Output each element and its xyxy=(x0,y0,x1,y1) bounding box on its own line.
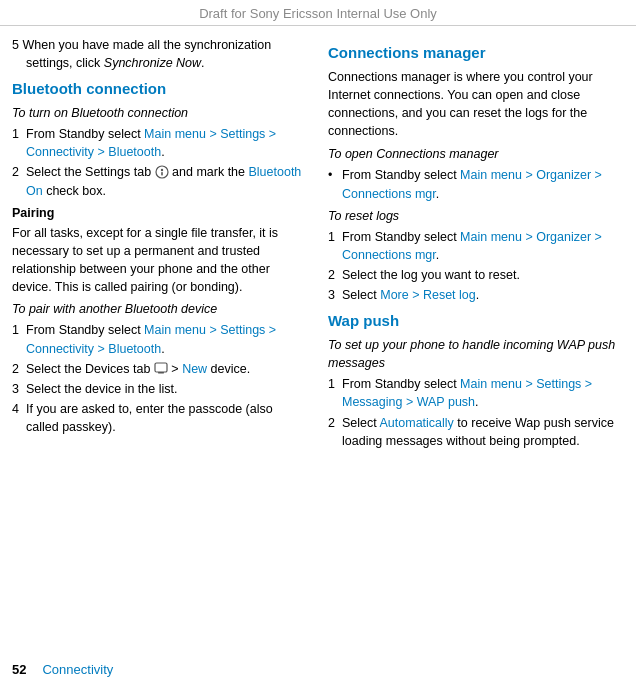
footer: 52 Connectivity xyxy=(12,662,113,677)
pair-step2-text: Select the Devices tab > New device. xyxy=(26,360,308,378)
wap-step1: 1 From Standby select Main menu > Settin… xyxy=(328,375,624,411)
bt-step2-num: 2 xyxy=(12,163,26,199)
connections-manager-heading: Connections manager xyxy=(328,42,624,64)
bullet-symbol: • xyxy=(328,166,342,202)
pair-step1-num: 1 xyxy=(12,321,26,357)
open-connections-text: From Standby select Main menu > Organize… xyxy=(342,166,624,202)
pairing-title: Pairing xyxy=(12,204,308,222)
right-column: Connections manager Connections manager … xyxy=(318,36,624,673)
reset-step1-blue: Main menu > Organizer > Connections mgr xyxy=(342,230,602,262)
turn-on-bluetooth-heading: To turn on Bluetooth connection xyxy=(12,104,308,122)
wap-step2-num: 2 xyxy=(328,414,342,450)
step5-italic: Synchronize Now xyxy=(104,56,201,70)
settings-tab-icon xyxy=(155,165,172,179)
footer-section-label: Connectivity xyxy=(42,662,113,677)
reset-step2-text: Select the log you want to reset. xyxy=(342,266,624,284)
pair-device-heading: To pair with another Bluetooth device xyxy=(12,300,308,318)
bt-step1-text: From Standby select Main menu > Settings… xyxy=(26,125,308,161)
bt-step2: 2 Select the Settings tab and mark the B… xyxy=(12,163,308,199)
connections-intro: Connections manager is where you control… xyxy=(328,68,624,141)
reset-step1-num: 1 xyxy=(328,228,342,264)
pair-step1-blue: Main menu > Settings > Connectivity > Bl… xyxy=(26,323,276,355)
reset-step3-num: 3 xyxy=(328,286,342,304)
page-number: 52 xyxy=(12,662,26,677)
pair-step3-text: Select the device in the list. xyxy=(26,380,308,398)
new-text: New xyxy=(182,362,207,376)
pair-step3-num: 3 xyxy=(12,380,26,398)
reset-logs-heading: To reset logs xyxy=(328,207,624,225)
pair-step3: 3 Select the device in the list. xyxy=(12,380,308,398)
svg-rect-2 xyxy=(161,172,163,176)
step5-num: 5 xyxy=(12,38,19,52)
left-column: 5 When you have made all the synchroniza… xyxy=(12,36,318,673)
reset-step3-blue: More > Reset log xyxy=(380,288,476,302)
pair-step1: 1 From Standby select Main menu > Settin… xyxy=(12,321,308,357)
reset-step1: 1 From Standby select Main menu > Organi… xyxy=(328,228,624,264)
reset-step1-text: From Standby select Main menu > Organize… xyxy=(342,228,624,264)
svg-rect-4 xyxy=(158,372,164,374)
bt-step1: 1 From Standby select Main menu > Settin… xyxy=(12,125,308,161)
bt-step2-text: Select the Settings tab and mark the Blu… xyxy=(26,163,308,199)
open-connections-heading: To open Connections manager xyxy=(328,145,624,163)
bt-step1-blue: Main menu > Settings > Connectivity > Bl… xyxy=(26,127,276,159)
wap-push-heading: Wap push xyxy=(328,310,624,332)
wap-step2: 2 Select Automatically to receive Wap pu… xyxy=(328,414,624,450)
reset-step3-text: Select More > Reset log. xyxy=(342,286,624,304)
wap-step1-text: From Standby select Main menu > Settings… xyxy=(342,375,624,411)
pair-step4-text: If you are asked to, enter the passcode … xyxy=(26,400,308,436)
wap-step2-text: Select Automatically to receive Wap push… xyxy=(342,414,624,450)
open-connections-bullet: • From Standby select Main menu > Organi… xyxy=(328,166,624,202)
draft-banner: Draft for Sony Ericsson Internal Use Onl… xyxy=(0,0,636,26)
bt-step1-num: 1 xyxy=(12,125,26,161)
wap-step1-num: 1 xyxy=(328,375,342,411)
pair-step1-text: From Standby select Main menu > Settings… xyxy=(26,321,308,357)
wap-step1-blue: Main menu > Settings > Messaging > WAP p… xyxy=(342,377,592,409)
pair-step4-num: 4 xyxy=(12,400,26,436)
svg-rect-3 xyxy=(155,363,167,372)
reset-step3: 3 Select More > Reset log. xyxy=(328,286,624,304)
pair-step2-num: 2 xyxy=(12,360,26,378)
bluetooth-heading: Bluetooth connection xyxy=(12,78,308,100)
devices-tab-icon xyxy=(154,362,171,376)
wap-setup-heading: To set up your phone to handle incoming … xyxy=(328,336,624,372)
step5-text2: . xyxy=(201,56,204,70)
pairing-text: For all tasks, except for a single file … xyxy=(12,224,308,297)
step5: 5 When you have made all the synchroniza… xyxy=(12,36,308,72)
svg-point-1 xyxy=(160,169,162,171)
reset-step2: 2 Select the log you want to reset. xyxy=(328,266,624,284)
wap-step2-blue: Automatically xyxy=(380,416,454,430)
pair-step4: 4 If you are asked to, enter the passcod… xyxy=(12,400,308,436)
open-connections-blue: Main menu > Organizer > Connections mgr xyxy=(342,168,602,200)
reset-step2-num: 2 xyxy=(328,266,342,284)
pair-step2: 2 Select the Devices tab > New device. xyxy=(12,360,308,378)
